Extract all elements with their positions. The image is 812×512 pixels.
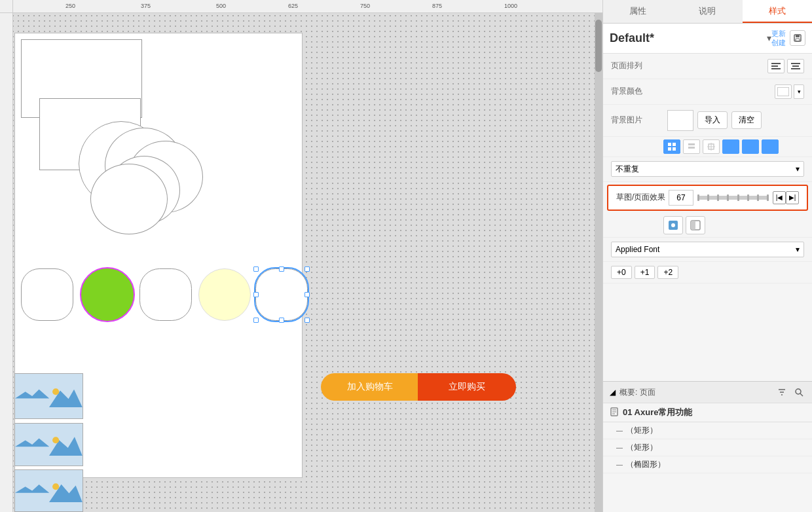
img-placeholder-3 [14,469,83,512]
outline-filter-btn[interactable] [775,386,788,399]
ruler-mark-875: 875 [432,3,442,9]
poly-1 [21,268,73,321]
outline-search-btn[interactable] [792,386,805,399]
outline-item-0[interactable]: — （矩形） [603,422,812,439]
btn-clear[interactable]: 清空 [731,111,762,129]
applied-font-select[interactable]: Applied Font ▾ [611,242,804,257]
img-placeholder-2 [14,423,83,466]
style-selector-row: Default* ▾ 更新 创建 [603,24,812,54]
align-icon-tile-v[interactable] [742,139,759,154]
layout-align-left[interactable] [767,59,784,73]
align-icon-center[interactable] [703,139,720,154]
bg-img-label: 背景图片 [611,115,663,126]
style-dropdown-btn[interactable]: ▾ [767,33,771,43]
svg-rect-13 [792,65,799,67]
btn-import[interactable]: 导入 [697,111,728,129]
bg-img-section: 背景图片 导入 清空 [603,105,812,137]
ruler-mark-250: 250 [65,3,75,9]
svg-line-41 [800,393,803,396]
scrollbar-thumb[interactable] [595,20,602,72]
svg-point-5 [52,483,59,490]
ruler-corner [0,0,13,13]
slider-mark-7 [757,194,759,201]
svg-rect-27 [747,147,754,151]
handle-bm[interactable] [279,318,284,323]
align-icon-topleft[interactable] [663,139,680,154]
canvas-scrollbar[interactable] [595,13,602,512]
svg-rect-36 [691,221,695,230]
sketch-increase-btn[interactable]: ▶| [786,191,799,204]
outline-item-1[interactable]: — （矩形） [603,439,812,456]
align-icon-stretch[interactable] [762,139,779,154]
font-badge-1[interactable]: +1 [635,266,655,279]
applied-font-row: Applied Font ▾ [603,238,812,262]
ellipse-5 [90,164,168,234]
canvas-btn-add-cart[interactable]: 加入购物车 [321,373,419,401]
slider-mark-2 [707,194,709,201]
selected-poly[interactable] [255,268,308,321]
color-dropdown-arrow[interactable]: ▾ [794,84,804,99]
bg-color-row: 背景颜色 ▾ [603,79,812,105]
ruler-mark-1000: 1000 [504,3,517,9]
handle-tm[interactable] [279,266,284,272]
handle-tl[interactable] [253,266,259,272]
slider-mark-6 [747,194,749,201]
handle-br[interactable] [304,318,310,323]
svg-rect-19 [688,143,695,145]
style-update-create[interactable]: 更新 创建 [771,29,786,48]
ruler-mark-625: 625 [288,3,298,9]
poly-2 [139,268,192,321]
align-icon-tile-h[interactable] [722,139,739,154]
handle-ml[interactable] [253,292,259,297]
slider-mark-1 [697,194,699,201]
layout-align-center[interactable] [787,59,804,73]
effect-icon-color[interactable] [663,216,683,234]
sketch-decrease-btn[interactable]: |◀ [773,191,786,204]
canvas-btn-buy-now[interactable]: 立即购买 [418,373,516,401]
ruler-left [0,13,13,512]
handle-tr[interactable] [304,266,310,272]
no-repeat-row: 不重复 ▾ [603,157,812,182]
svg-rect-15 [668,143,671,146]
tab-style[interactable]: 样式 [743,0,812,23]
no-repeat-dropdown[interactable]: 不重复 ▾ [611,161,804,177]
svg-rect-7 [796,35,800,37]
handle-mr[interactable] [304,292,310,297]
sketch-slider-marks [697,194,769,201]
svg-rect-12 [791,63,800,64]
page-layout-label: 页面排列 [611,60,663,71]
page-layout-controls [663,59,804,73]
align-icon-top[interactable] [683,139,700,154]
svg-rect-18 [673,147,676,151]
outline-item-icon-1: — [616,444,623,451]
svg-point-40 [796,389,801,394]
outline-panel: ◢ 概要: 页面 01 Axure常用功能 — （矩形） — （矩形） — [603,381,812,512]
page-layout-row: 页面排列 [603,54,812,79]
applied-font-label: Applied Font [616,245,659,254]
outline-item-label-2: （椭圆形） [626,459,665,470]
outline-page-icon [610,407,619,418]
outline-item-label-1: （矩形） [626,442,657,453]
effect-icon-bw[interactable] [686,216,705,234]
outline-item-icon-0: — [616,427,623,434]
svg-rect-16 [673,143,676,146]
canvas-area: 250 375 500 625 750 875 1000 [0,0,602,512]
color-swatch[interactable] [775,84,792,99]
sketch-slider[interactable] [697,196,769,200]
tab-bar: 属性 说明 样式 [603,0,812,24]
bg-img-preview [667,110,693,131]
font-badge-2[interactable]: +2 [657,266,678,279]
sketch-value-input[interactable] [669,190,693,206]
style-save-btn[interactable] [790,30,805,46]
ruler-top: 250 375 500 625 750 875 1000 [0,0,602,13]
svg-rect-17 [668,147,671,151]
tab-properties[interactable]: 属性 [603,0,673,23]
sketch-label: 草图/页面效果 [616,192,669,203]
svg-point-3 [52,437,59,443]
handle-bl[interactable] [253,318,259,323]
svg-rect-10 [771,65,778,67]
svg-rect-9 [771,63,781,64]
outline-item-2[interactable]: — （椭圆形） [603,456,812,473]
font-badge-0[interactable]: +0 [611,266,632,279]
tab-description[interactable]: 说明 [673,0,742,23]
